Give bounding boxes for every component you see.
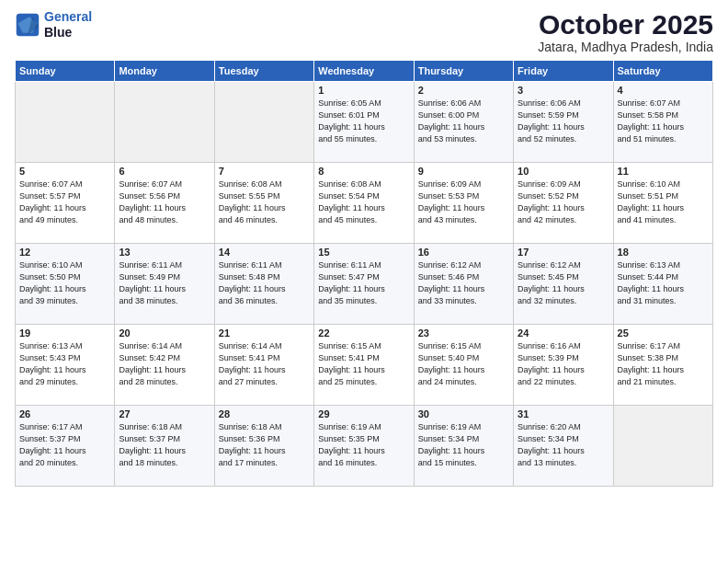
calendar-cell: 8Sunrise: 6:08 AMSunset: 5:54 PMDaylight… [314,163,414,244]
day-info: Sunrise: 6:07 AMSunset: 5:58 PMDaylight:… [618,98,709,145]
day-info-line: Sunset: 5:52 PM [518,190,609,202]
day-info-line: Sunrise: 6:14 AM [119,340,210,352]
day-info-line: and 49 minutes. [19,214,110,226]
day-number: 22 [318,327,409,339]
day-info-line: Sunset: 5:39 PM [518,352,609,364]
calendar-cell: 15Sunrise: 6:11 AMSunset: 5:47 PMDayligh… [314,244,414,325]
day-info: Sunrise: 6:18 AMSunset: 5:36 PMDaylight:… [219,421,310,469]
day-info: Sunrise: 6:14 AMSunset: 5:42 PMDaylight:… [119,340,210,388]
calendar-header: SundayMondayTuesdayWednesdayThursdayFrid… [16,61,713,82]
calendar-cell [613,406,712,487]
day-info-line: Daylight: 11 hours [119,202,210,214]
day-info: Sunrise: 6:15 AMSunset: 5:41 PMDaylight:… [318,340,409,388]
day-info: Sunrise: 6:18 AMSunset: 5:37 PMDaylight:… [119,421,210,469]
day-info-line: Daylight: 11 hours [219,445,310,457]
day-info-line: and 20 minutes. [19,457,110,469]
day-info-line: Sunrise: 6:05 AM [318,98,409,109]
day-info-line: Sunset: 5:53 PM [418,190,509,202]
calendar-cell: 21Sunrise: 6:14 AMSunset: 5:41 PMDayligh… [214,325,313,406]
day-info-line: Sunrise: 6:12 AM [418,259,509,271]
day-info-line: and 24 minutes. [418,376,509,388]
day-info-line: Sunset: 5:49 PM [119,271,210,283]
day-number: 4 [618,85,709,96]
day-info-line: and 48 minutes. [119,214,210,226]
day-info-line: Daylight: 11 hours [318,364,409,376]
day-number: 27 [119,408,210,419]
day-info: Sunrise: 6:15 AMSunset: 5:40 PMDaylight:… [418,340,509,388]
day-info-line: Sunrise: 6:20 AM [518,421,609,433]
day-info-line: Sunset: 5:42 PM [119,352,210,364]
day-info-line: Sunrise: 6:11 AM [119,259,210,271]
day-info-line: Sunset: 5:41 PM [318,352,409,364]
weekday-header-sunday: Sunday [16,61,115,82]
logo-line2: Blue [44,25,92,40]
calendar: SundayMondayTuesdayWednesdayThursdayFrid… [15,60,713,487]
day-info-line: and 53 minutes. [418,133,509,145]
calendar-cell: 25Sunrise: 6:17 AMSunset: 5:38 PMDayligh… [613,325,712,406]
day-info-line: Sunset: 5:57 PM [19,190,110,202]
day-info-line: Daylight: 11 hours [518,364,609,376]
calendar-cell [16,82,115,163]
weekday-header-wednesday: Wednesday [314,61,414,82]
day-info-line: Sunrise: 6:14 AM [219,340,310,352]
day-info-line: Daylight: 11 hours [219,364,310,376]
day-info-line: Sunset: 5:51 PM [618,190,709,202]
calendar-cell: 5Sunrise: 6:07 AMSunset: 5:57 PMDaylight… [16,163,115,244]
day-info-line: Sunset: 5:59 PM [518,109,609,121]
day-number: 9 [418,166,509,177]
day-info-line: and 31 minutes. [618,295,709,307]
day-info-line: Daylight: 11 hours [318,121,409,133]
day-info-line: Daylight: 11 hours [418,445,509,457]
logo-text: General Blue [44,9,92,40]
day-number: 18 [618,247,709,258]
day-info-line: Sunrise: 6:13 AM [618,259,709,271]
day-info-line: and 41 minutes. [618,214,709,226]
day-info-line: Daylight: 11 hours [318,202,409,214]
day-info-line: Sunrise: 6:15 AM [418,340,509,352]
day-info-line: and 43 minutes. [418,214,509,226]
calendar-cell: 30Sunrise: 6:19 AMSunset: 5:34 PMDayligh… [414,406,513,487]
day-info: Sunrise: 6:13 AMSunset: 5:44 PMDaylight:… [618,259,709,307]
day-info-line: Daylight: 11 hours [19,445,110,457]
calendar-cell: 17Sunrise: 6:12 AMSunset: 5:45 PMDayligh… [514,244,613,325]
day-info-line: Daylight: 11 hours [119,364,210,376]
day-info-line: Sunset: 5:50 PM [19,271,110,283]
day-info-line: Sunrise: 6:12 AM [518,259,609,271]
week-row-2: 5Sunrise: 6:07 AMSunset: 5:57 PMDaylight… [16,163,713,244]
day-number: 17 [518,247,609,258]
day-number: 2 [418,85,509,96]
day-info-line: and 38 minutes. [119,295,210,307]
day-info-line: and 13 minutes. [518,457,609,469]
week-row-4: 19Sunrise: 6:13 AMSunset: 5:43 PMDayligh… [16,325,713,406]
day-info: Sunrise: 6:11 AMSunset: 5:48 PMDaylight:… [219,259,310,307]
calendar-cell: 6Sunrise: 6:07 AMSunset: 5:56 PMDaylight… [115,163,214,244]
day-info-line: Sunrise: 6:11 AM [318,259,409,271]
day-info-line: and 18 minutes. [119,457,210,469]
day-info-line: Sunrise: 6:08 AM [219,178,310,190]
day-number: 1 [318,85,409,96]
calendar-cell: 24Sunrise: 6:16 AMSunset: 5:39 PMDayligh… [514,325,613,406]
calendar-body: 1Sunrise: 6:05 AMSunset: 6:01 PMDaylight… [16,82,713,487]
day-info-line: Daylight: 11 hours [518,283,609,295]
day-info-line: Daylight: 11 hours [19,202,110,214]
day-info-line: Sunrise: 6:18 AM [119,421,210,433]
calendar-cell: 12Sunrise: 6:10 AMSunset: 5:50 PMDayligh… [16,244,115,325]
day-number: 20 [119,327,210,339]
day-info-line: Daylight: 11 hours [119,445,210,457]
day-info-line: Sunset: 5:43 PM [19,352,110,364]
page: General Blue October 2025 Jatara, Madhya… [0,0,728,563]
day-number: 30 [418,408,509,419]
calendar-cell: 2Sunrise: 6:06 AMSunset: 6:00 PMDaylight… [414,82,513,163]
calendar-cell: 9Sunrise: 6:09 AMSunset: 5:53 PMDaylight… [414,163,513,244]
day-info-line: Sunset: 5:46 PM [418,271,509,283]
day-info-line: Daylight: 11 hours [618,283,709,295]
day-info: Sunrise: 6:17 AMSunset: 5:38 PMDaylight:… [618,340,709,388]
day-info: Sunrise: 6:16 AMSunset: 5:39 PMDaylight:… [518,340,609,388]
day-info: Sunrise: 6:20 AMSunset: 5:34 PMDaylight:… [518,421,609,469]
day-info: Sunrise: 6:10 AMSunset: 5:51 PMDaylight:… [618,178,709,226]
day-info-line: and 39 minutes. [19,295,110,307]
day-info: Sunrise: 6:05 AMSunset: 6:01 PMDaylight:… [318,98,409,145]
day-info-line: Sunrise: 6:07 AM [119,178,210,190]
day-info: Sunrise: 6:11 AMSunset: 5:49 PMDaylight:… [119,259,210,307]
day-info: Sunrise: 6:09 AMSunset: 5:52 PMDaylight:… [518,178,609,226]
